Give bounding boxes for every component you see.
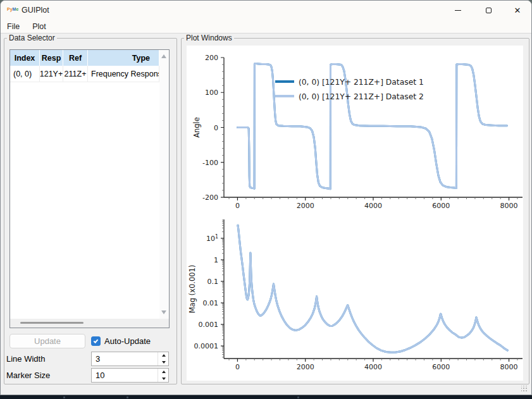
plot-windows-group: Plot Windows 02000400060008000-200-10001… — [181, 38, 529, 384]
results-table-main: IndexRespRefType (0, 0)121Y+211Z+Frequen… — [10, 50, 159, 319]
minimize-button[interactable] — [443, 1, 473, 20]
svg-text:200: 200 — [205, 54, 218, 62]
dataset-1-line — [238, 225, 507, 352]
spin-down-icon — [162, 378, 166, 380]
table-cell: 211Z+ — [63, 66, 88, 82]
table-cell: (0, 0) — [10, 66, 40, 82]
scroll-up-icon[interactable] — [161, 54, 166, 58]
maximize-icon — [486, 8, 492, 13]
window-title: GUIPlot — [22, 6, 49, 15]
marker-size-increment-button[interactable] — [158, 369, 169, 376]
table-header-row: IndexRespRefType — [10, 50, 159, 66]
column-header-index[interactable]: Index — [10, 50, 40, 66]
column-header-type[interactable]: Type — [88, 50, 159, 66]
svg-text:2000: 2000 — [297, 363, 314, 371]
line-width-spin-buttons — [158, 352, 168, 365]
marker-size-input[interactable] — [92, 369, 155, 382]
data-selector-group-label: Data Selector — [7, 34, 57, 42]
svg-text:0: 0 — [235, 202, 240, 210]
svg-text:4000: 4000 — [364, 202, 382, 210]
close-button[interactable]: ✕ — [503, 1, 532, 20]
svg-text:Mag (x0.001): Mag (x0.001) — [188, 265, 197, 314]
horizontal-scrollbar[interactable] — [10, 319, 169, 328]
svg-text:6000: 6000 — [432, 202, 450, 210]
svg-text:101: 101 — [206, 234, 218, 243]
update-button[interactable]: Update — [9, 334, 85, 348]
data-selector-group: Data Selector IndexRespRefType (0, 0)121… — [4, 38, 177, 384]
results-table: IndexRespRefType (0, 0)121Y+211Z+Frequen… — [9, 49, 170, 328]
taskbar-icon — [297, 396, 299, 398]
menu-item-file[interactable]: File — [6, 21, 26, 33]
svg-text:Angle: Angle — [192, 117, 201, 138]
svg-text:1: 1 — [214, 256, 218, 264]
screen: PyMe GUIPlot ✕ File Plot Data Selector I… — [0, 0, 532, 399]
app-logo-icon: PyMe — [7, 7, 18, 11]
spin-down-icon — [162, 361, 166, 364]
plot-canvas: 02000400060008000-200-1000100200Angle(0,… — [187, 46, 523, 381]
resize-grip[interactable] — [521, 386, 528, 392]
checkmark-icon — [94, 338, 99, 343]
scroll-down-icon[interactable] — [161, 310, 166, 314]
menu-bar: File Plot — [1, 20, 531, 34]
legend: (0, 0) [121Y+ 211Z+] Dataset 1(0, 0) [12… — [275, 78, 424, 101]
menu-item-plot[interactable]: Plot — [31, 21, 53, 33]
svg-text:0.001: 0.001 — [199, 321, 219, 329]
marker-size-label: Marker Size — [6, 371, 50, 380]
table-cell: Frequency Response Function — [88, 66, 159, 82]
svg-text:8000: 8000 — [500, 202, 518, 210]
table-cell: 121Y+ — [40, 66, 63, 82]
column-header-ref[interactable]: Ref — [63, 50, 88, 66]
marker-size-spinbox — [91, 368, 169, 383]
svg-text:4000: 4000 — [364, 363, 382, 371]
taskbar-icon — [63, 396, 65, 398]
scrollbar-thumb[interactable] — [20, 322, 84, 324]
app-window: PyMe GUIPlot ✕ File Plot Data Selector I… — [0, 0, 532, 395]
legend-label: (0, 0) [121Y+ 211Z+] Dataset 2 — [299, 92, 424, 101]
table-row[interactable]: (0, 0)121Y+211Z+Frequency Response Funct… — [10, 66, 159, 82]
vertical-scrollbar[interactable] — [159, 50, 169, 319]
maximize-button[interactable] — [474, 1, 503, 20]
magnitude-response-plot: 0200040006000800010110.10.010.0010.0001M… — [188, 219, 523, 371]
line-width-spinbox — [91, 352, 169, 366]
marker-size-decrement-button[interactable] — [158, 376, 169, 383]
phase-response-plot: 02000400060008000-200-1000100200Angle(0,… — [192, 54, 523, 210]
line-width-increment-button[interactable] — [158, 352, 169, 359]
auto-update-label: Auto-Update — [104, 336, 151, 346]
line-width-label: Line Width — [6, 354, 45, 364]
svg-text:0.1: 0.1 — [207, 278, 219, 286]
svg-text:0.01: 0.01 — [203, 299, 219, 307]
svg-text:0.0001: 0.0001 — [194, 342, 219, 350]
taskbar-icon — [127, 396, 128, 398]
svg-text:8000: 8000 — [500, 363, 518, 371]
close-icon: ✕ — [514, 6, 521, 15]
table-body: (0, 0)121Y+211Z+Frequency Response Funct… — [10, 66, 159, 82]
marker-size-spin-buttons — [158, 369, 168, 382]
svg-text:0: 0 — [214, 124, 218, 132]
taskbar — [0, 395, 532, 399]
svg-text:100: 100 — [205, 89, 218, 97]
plot-windows-group-label: Plot Windows — [184, 34, 234, 42]
auto-update-checkbox[interactable] — [91, 336, 101, 346]
svg-text:2000: 2000 — [297, 202, 314, 210]
column-header-resp[interactable]: Resp — [40, 50, 63, 66]
spin-up-icon — [162, 354, 166, 357]
svg-text:0: 0 — [235, 363, 240, 371]
dataset-2-line — [238, 225, 507, 352]
line-width-input[interactable] — [92, 352, 155, 365]
svg-text:-100: -100 — [202, 159, 218, 167]
spin-up-icon — [162, 371, 166, 373]
minimize-icon — [455, 10, 461, 11]
legend-label: (0, 0) [121Y+ 211Z+] Dataset 1 — [299, 78, 424, 87]
title-bar: PyMe GUIPlot ✕ — [1, 1, 531, 20]
svg-text:6000: 6000 — [432, 363, 450, 371]
line-width-decrement-button[interactable] — [158, 359, 169, 366]
plots-svg: 02000400060008000-200-1000100200Angle(0,… — [187, 46, 523, 381]
svg-text:-200: -200 — [202, 193, 218, 202]
